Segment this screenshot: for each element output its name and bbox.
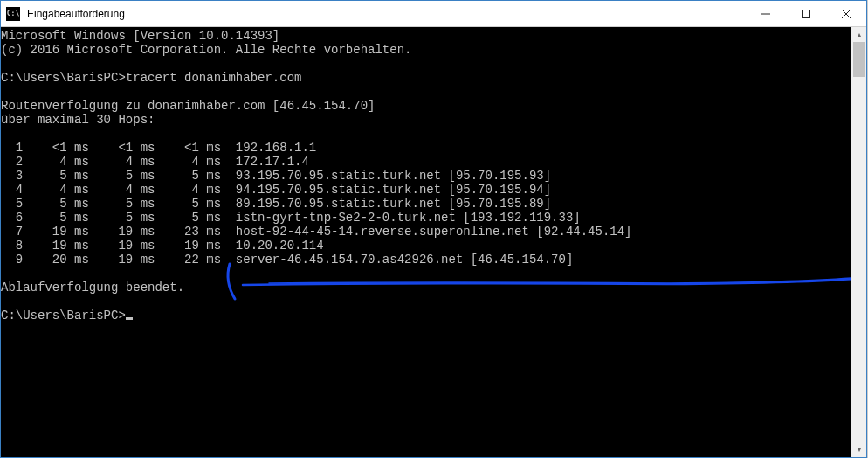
scrollbar-thumb[interactable] [853,42,865,77]
hop-line: 9 20 ms 19 ms 22 ms server-46.45.154.70.… [1,253,573,267]
output-line: Ablaufverfolgung beendet. [1,281,184,295]
maximize-button[interactable] [786,1,826,26]
hop-line: 2 4 ms 4 ms 4 ms 172.17.1.4 [1,155,309,169]
hop-line: 4 4 ms 4 ms 4 ms 94.195.70.95.static.tur… [1,183,551,197]
hop-line: 1 <1 ms <1 ms <1 ms 192.168.1.1 [1,141,316,155]
output-line: Routenverfolgung zu donanimhaber.com [46… [1,99,375,113]
titlebar[interactable]: C:\ Eingabeaufforderung [1,1,866,27]
prompt-line: C:\Users\BarisPC>tracert donanimhaber.co… [1,71,301,85]
hop-line: 8 19 ms 19 ms 19 ms 10.20.20.114 [1,239,324,253]
svg-rect-1 [803,10,810,17]
window-title: Eingabeaufforderung [25,8,746,20]
prompt-line: C:\Users\BarisPC> [1,309,126,323]
terminal-area: Microsoft Windows [Version 10.0.14393] (… [1,27,866,457]
minimize-button[interactable] [746,1,786,26]
cursor [126,317,133,320]
vertical-scrollbar[interactable]: ▴ ▾ [851,27,866,457]
hop-line: 6 5 ms 5 ms 5 ms istn-gyrt-tnp-Se2-2-0.t… [1,211,581,225]
hop-line: 7 19 ms 19 ms 23 ms host-92-44-45-14.rev… [1,225,632,239]
close-button[interactable] [826,1,866,26]
scrollbar-track[interactable] [851,42,866,442]
command-prompt-window: C:\ Eingabeaufforderung Microsoft Window… [0,0,867,458]
output-line: über maximal 30 Hops: [1,113,155,127]
output-line: Microsoft Windows [Version 10.0.14393] [1,29,279,43]
cmd-icon: C:\ [6,7,20,21]
output-line: (c) 2016 Microsoft Corporation. Alle Rec… [1,43,411,57]
hop-line: 3 5 ms 5 ms 5 ms 93.195.70.95.static.tur… [1,169,551,183]
hop-line: 5 5 ms 5 ms 5 ms 89.195.70.95.static.tur… [1,197,551,211]
terminal-output[interactable]: Microsoft Windows [Version 10.0.14393] (… [1,27,851,457]
scroll-down-arrow-icon[interactable]: ▾ [851,442,866,457]
scroll-up-arrow-icon[interactable]: ▴ [851,27,866,42]
